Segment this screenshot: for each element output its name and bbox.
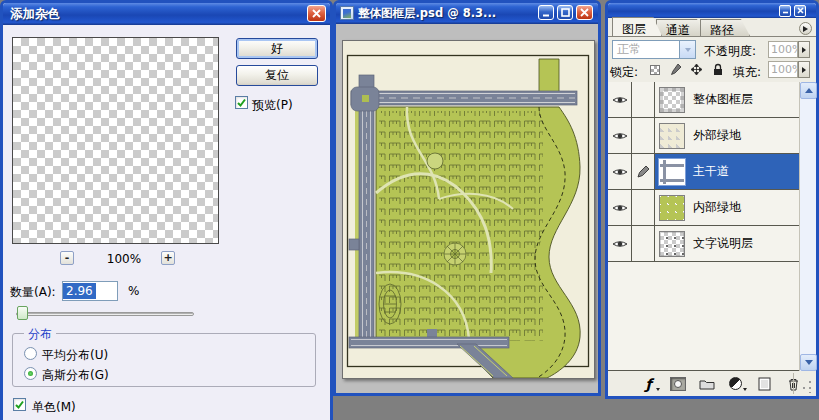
tab-paths[interactable]: 路径 [700,19,750,36]
opacity-slider-button[interactable] [798,41,810,58]
monochrome-label[interactable]: 单色(M) [32,399,76,416]
blend-mode-select[interactable]: 正常 [612,40,696,59]
panel-bottom-bar: ƒ [608,371,816,396]
minimize-icon[interactable] [538,5,554,20]
adjustment-layer-button[interactable] [727,375,744,392]
scroll-up-button[interactable] [800,82,817,99]
panel-tabs: 图层 通道 路径 [608,17,816,37]
layer-name: 外部绿地 [693,127,741,144]
monochrome-checkbox[interactable] [13,398,26,411]
add-noise-dialog: 添加杂色 - 100% + 数量(A): 2.96 % 分布 平均分布(U) 高… [0,0,333,420]
link-cell[interactable] [632,118,655,153]
resize-grip[interactable] [799,379,813,393]
dialog-titlebar[interactable]: 添加杂色 [3,3,330,25]
layer-thumbnail[interactable] [659,123,685,149]
tab-layers[interactable]: 图层 [612,17,662,36]
eye-icon [612,167,628,177]
preview-checkbox[interactable] [235,96,248,109]
editing-indicator[interactable] [632,154,655,189]
maximize-icon[interactable] [557,5,573,20]
close-icon[interactable] [307,5,326,22]
visibility-toggle[interactable] [608,118,632,153]
tab-channels[interactable]: 通道 [656,19,706,36]
visibility-toggle[interactable] [608,226,632,261]
zoom-in-button[interactable]: + [161,251,175,265]
layer-thumbnail[interactable] [659,195,685,221]
site-plan-canvas[interactable] [342,40,595,379]
layer-main[interactable]: 整体图框层 [655,82,799,117]
uniform-radio-label[interactable]: 平均分布(U) [42,347,108,364]
opacity-input[interactable]: 100% [768,41,798,58]
scroll-down-button[interactable] [800,354,817,371]
preview-checkbox-label[interactable]: 预览(P) [252,97,293,114]
link-cell[interactable] [632,226,655,261]
visibility-toggle[interactable] [608,190,632,225]
lock-pixels-button[interactable] [668,62,683,77]
blend-mode-value: 正常 [613,41,679,58]
layer-main[interactable]: 主干道 [655,154,799,189]
uniform-radio[interactable] [24,347,37,360]
distribution-label: 分布 [24,326,56,343]
gaussian-radio[interactable] [24,367,37,380]
fx-icon: ƒ [645,377,651,391]
add-layer-mask-button[interactable] [669,375,686,392]
amount-unit: % [128,284,139,298]
panel-menu-button[interactable] [799,22,812,35]
amount-slider[interactable] [16,306,194,322]
layer-row[interactable]: 外部绿地 [608,118,816,154]
layer-row-selected[interactable]: 主干道 [608,154,816,190]
layer-row[interactable]: 文字说明层 [608,226,816,262]
panel-titlebar[interactable] [608,3,816,18]
lock-all-button[interactable] [710,62,725,77]
fill-label: 填充: [733,64,761,81]
visibility-toggle[interactable] [608,82,632,117]
panel-menu-arrow-icon [803,26,808,32]
layer-row[interactable]: 整体图框层 [608,82,816,118]
layers-list: 整体图框层 外部绿地 主干道 [608,82,816,371]
fill-input[interactable]: 100% [768,61,798,78]
layer-row[interactable]: 内部绿地 [608,190,816,226]
divider [793,373,794,394]
ok-button[interactable]: 好 [236,38,318,59]
noise-preview-area[interactable] [12,37,219,244]
brush-icon [669,63,682,76]
layer-name: 内部绿地 [693,199,741,216]
layer-thumbnail[interactable] [659,87,685,113]
layer-main[interactable]: 内部绿地 [655,190,799,225]
close-icon[interactable] [576,5,593,20]
layers-scrollbar[interactable] [799,82,816,371]
layer-main[interactable]: 外部绿地 [655,118,799,153]
lock-position-button[interactable] [689,62,704,77]
lock-transparency-button[interactable] [647,62,662,77]
chevron-down-icon [685,48,691,52]
link-cell[interactable] [632,190,655,225]
preview-zoom-level: 100% [91,252,157,266]
arrow-right-icon [802,67,806,73]
move-icon [690,63,703,76]
zoom-out-button[interactable]: - [60,251,74,265]
slider-thumb[interactable] [17,306,28,320]
psd-file-icon [340,6,354,20]
layer-style-button[interactable]: ƒ [640,375,657,392]
link-cell[interactable] [632,82,655,117]
minimize-icon[interactable] [779,5,791,17]
layer-thumbnail[interactable] [659,159,685,185]
amount-input[interactable]: 2.96 [62,281,118,301]
layer-name: 主干道 [693,163,729,180]
dropdown-arrow-icon [743,388,747,391]
reset-button[interactable]: 复位 [236,65,318,86]
new-layer-button[interactable] [756,375,773,392]
document-window: 整体图框层.psd @ 8.3... [333,0,601,396]
layer-name: 文字说明层 [693,235,753,252]
gaussian-radio-label[interactable]: 高斯分布(G) [42,367,109,384]
visibility-toggle[interactable] [608,154,632,189]
document-titlebar[interactable]: 整体图框层.psd @ 8.3... [336,3,598,24]
arrow-down-icon [805,360,813,365]
layer-main[interactable]: 文字说明层 [655,226,799,261]
slider-track[interactable] [16,312,194,316]
close-icon[interactable] [794,5,806,17]
new-group-button[interactable] [698,375,715,392]
fill-slider-button[interactable] [798,61,810,78]
layer-thumbnail[interactable] [659,231,685,257]
combo-arrow[interactable] [679,41,695,58]
